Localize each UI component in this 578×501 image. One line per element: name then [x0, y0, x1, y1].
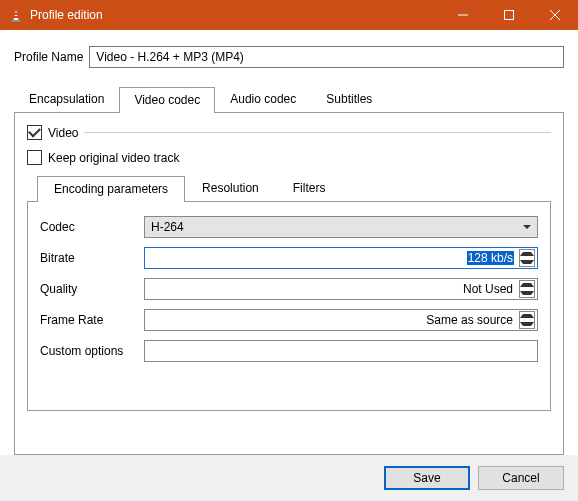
codec-label: Codec	[40, 220, 144, 234]
bitrate-label: Bitrate	[40, 251, 144, 265]
framerate-label: Frame Rate	[40, 313, 144, 327]
custom-options-label: Custom options	[40, 344, 144, 358]
group-divider	[84, 132, 551, 133]
vlc-logo-icon	[8, 7, 24, 23]
keep-original-checkbox[interactable]	[27, 150, 42, 165]
framerate-spinbox[interactable]: Same as source	[144, 309, 538, 331]
chevron-down-icon	[520, 322, 534, 326]
titlebar: Profile edition	[0, 0, 578, 30]
bitrate-value: 128 kb/s	[467, 251, 514, 265]
cancel-button[interactable]: Cancel	[478, 466, 564, 490]
video-checkbox-row: Video	[27, 125, 551, 140]
quality-row: Quality Not Used	[40, 278, 538, 300]
quality-value: Not Used	[462, 282, 514, 296]
codec-row: Codec H-264	[40, 216, 538, 238]
profile-name-label: Profile Name	[14, 50, 83, 64]
profile-name-input[interactable]	[89, 46, 564, 68]
window-title: Profile edition	[30, 8, 440, 22]
profile-edition-window: Profile edition Profile Name Encapsulati…	[0, 0, 578, 501]
content-area: Profile Name Encapsulation Video codec A…	[0, 30, 578, 455]
encoding-parameters-page: Codec H-264 Bitrate 128 kb/s	[27, 201, 551, 411]
custom-options-row: Custom options	[40, 340, 538, 362]
svg-rect-3	[11, 20, 21, 22]
tab-encoding-parameters[interactable]: Encoding parameters	[37, 176, 185, 202]
maximize-button[interactable]	[486, 0, 532, 30]
chevron-down-icon	[523, 225, 531, 229]
framerate-row: Frame Rate Same as source	[40, 309, 538, 331]
chevron-down-icon	[520, 260, 534, 264]
tab-encapsulation[interactable]: Encapsulation	[14, 86, 119, 112]
chevron-down-icon	[520, 291, 534, 295]
codec-value: H-264	[151, 220, 184, 234]
video-checkbox-label: Video	[48, 126, 78, 140]
framerate-value: Same as source	[425, 313, 514, 327]
chevron-up-icon	[520, 252, 534, 256]
svg-rect-5	[505, 11, 514, 20]
minimize-button[interactable]	[440, 0, 486, 30]
close-button[interactable]	[532, 0, 578, 30]
svg-rect-2	[13, 16, 19, 18]
outer-tabs: Encapsulation Video codec Audio codec Su…	[14, 86, 564, 112]
quality-spinbox[interactable]: Not Used	[144, 278, 538, 300]
tab-resolution[interactable]: Resolution	[185, 175, 276, 201]
quality-label: Quality	[40, 282, 144, 296]
dialog-footer: Save Cancel	[0, 455, 578, 501]
spin-arrows[interactable]	[519, 311, 535, 329]
video-codec-tabpage: Video Keep original video track Encoding…	[14, 112, 564, 455]
spin-arrows[interactable]	[519, 249, 535, 267]
custom-options-input[interactable]	[144, 340, 538, 362]
codec-combobox[interactable]: H-264	[144, 216, 538, 238]
tab-filters[interactable]: Filters	[276, 175, 343, 201]
bitrate-spinbox[interactable]: 128 kb/s	[144, 247, 538, 269]
svg-rect-1	[14, 13, 19, 15]
tab-subtitles[interactable]: Subtitles	[311, 86, 387, 112]
save-button[interactable]: Save	[384, 466, 470, 490]
tab-video-codec[interactable]: Video codec	[119, 87, 215, 113]
video-checkbox[interactable]	[27, 125, 42, 140]
chevron-up-icon	[520, 314, 534, 318]
keep-original-row: Keep original video track	[27, 150, 551, 165]
profile-name-row: Profile Name	[14, 46, 564, 68]
keep-original-label: Keep original video track	[48, 151, 179, 165]
inner-tabs: Encoding parameters Resolution Filters	[37, 175, 551, 201]
chevron-up-icon	[520, 283, 534, 287]
tab-audio-codec[interactable]: Audio codec	[215, 86, 311, 112]
spin-arrows[interactable]	[519, 280, 535, 298]
bitrate-row: Bitrate 128 kb/s	[40, 247, 538, 269]
